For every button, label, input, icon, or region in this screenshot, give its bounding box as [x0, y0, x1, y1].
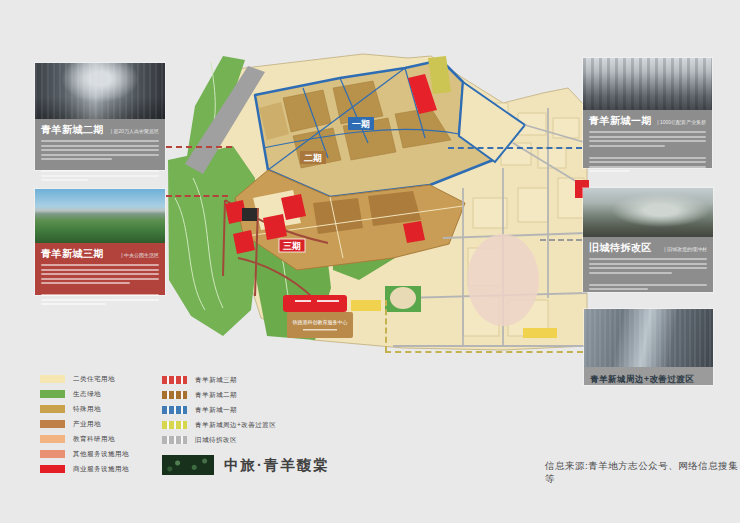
legend-swatch [162, 421, 187, 429]
connector-oldtown [540, 239, 582, 241]
card-phase3-text-placeholder [41, 264, 159, 305]
facility-label: 铁路港科创教育服务中心 [293, 319, 348, 326]
card-phase3-title: 青羊新城三期 [41, 247, 104, 261]
legend-label: 商业服务设施用地 [73, 465, 129, 474]
legend-row: 其他服务设施用地 [40, 450, 129, 458]
legend-row: 青羊新城二期 [162, 391, 276, 399]
source-note: 信息来源:青羊地方志公众号、网络信息搜集等 [545, 460, 740, 486]
card-phase1: 青羊新城一期 | 1000亿配套产业集群 [583, 58, 712, 168]
card-phase2-text-placeholder [41, 140, 159, 181]
legend-label: 旧城待拆改区 [195, 436, 237, 445]
legend-swatch [40, 405, 65, 413]
svg-text:二期: 二期 [304, 153, 322, 163]
legend-row: 青羊新城三期 [162, 376, 276, 384]
card-phase1-tagline: | 1000亿配套产业集群 [657, 119, 706, 125]
legend-swatch [40, 420, 65, 428]
logo-text: 中旅·青羊馥棠 [224, 456, 330, 475]
connector-periphery-horizontal [385, 351, 583, 353]
legend-swatch [40, 390, 65, 398]
card-periphery-title: 青羊新城周边+改善过渡区 [590, 374, 694, 386]
legend-label: 产业用地 [73, 420, 101, 429]
card-oldtown-title: 旧城待拆改区 [589, 241, 652, 255]
phase1-label: 一期 [348, 117, 374, 130]
brand-logo: 中旅·青羊馥棠 [162, 455, 330, 475]
card-oldtown: 旧城待拆改区 | 旧城改造的缓冲村 [583, 188, 713, 292]
legend-label: 青羊新城一期 [195, 406, 237, 415]
legend-row: 旧城待拆改区 [162, 436, 276, 444]
legend-row: 青羊新城一期 [162, 406, 276, 414]
legend-label: 青羊新城三期 [195, 376, 237, 385]
legend-swatch [40, 435, 65, 443]
legend-row: 产业用地 [40, 420, 129, 428]
legend-label: 青羊新城二期 [195, 391, 237, 400]
legend-swatch [162, 376, 187, 384]
connector-periphery-vertical [385, 300, 387, 352]
phase2-photo [35, 63, 165, 119]
legend-label: 二类住宅用地 [73, 375, 115, 384]
connector-phase3 [166, 195, 228, 197]
legend-label: 青羊新城周边+改善过渡区 [195, 421, 276, 430]
legend-swatch [40, 465, 65, 473]
legend-landuse: 二类住宅用地 生态绿地 特殊用地 产业用地 教育科研用地 其他服务设施用地 商业… [40, 375, 129, 480]
poi-ellipse [467, 234, 539, 326]
legend-swatch [40, 375, 65, 383]
legend-row: 生态绿地 [40, 390, 129, 398]
connector-phase1 [448, 147, 582, 149]
periphery-photo [584, 309, 713, 367]
oldtown-photo [583, 188, 713, 237]
landuse-map: 铁路港科创教育服务中心 一期 二期 三期 [163, 48, 593, 400]
logo-image [162, 455, 214, 475]
card-phase2-tagline: | 超20万人高密聚居区 [111, 128, 159, 134]
card-phase1-title: 青羊新城一期 [589, 114, 652, 128]
card-oldtown-tagline: | 旧城改造的缓冲村 [664, 246, 707, 252]
svg-text:一期: 一期 [352, 119, 370, 129]
svg-text:三期: 三期 [283, 241, 301, 251]
red-block-text-bars [295, 300, 339, 302]
legend-districts: 青羊新城三期 青羊新城二期 青羊新城一期 青羊新城周边+改善过渡区 旧城待拆改区 [162, 376, 276, 451]
legend-row: 商业服务设施用地 [40, 465, 129, 473]
card-phase3: 青羊新城三期 | 中央公园生活区 [35, 189, 165, 295]
card-phase2-title: 青羊新城二期 [41, 123, 104, 137]
legend-swatch [162, 406, 187, 414]
legend-row: 特殊用地 [40, 405, 129, 413]
legend-label: 生态绿地 [73, 390, 101, 399]
legend-row: 教育科研用地 [40, 435, 129, 443]
legend-label: 其他服务设施用地 [73, 450, 129, 459]
card-periphery: 青羊新城周边+改善过渡区 [584, 309, 713, 385]
card-oldtown-text-placeholder [589, 258, 707, 290]
card-phase1-text-placeholder [589, 131, 706, 172]
phase1-photo [583, 58, 712, 110]
legend-row: 二类住宅用地 [40, 375, 129, 383]
card-phase2: 青羊新城二期 | 超20万人高密聚居区 [35, 63, 165, 170]
legend-label: 特殊用地 [73, 405, 101, 414]
planning-map-poster: 铁路港科创教育服务中心 一期 二期 三期 [0, 0, 740, 523]
legend-label: 教育科研用地 [73, 435, 115, 444]
phase3-label: 三期 [279, 239, 305, 252]
facility-block: 铁路港科创教育服务中心 [287, 312, 353, 338]
connector-phase2 [166, 146, 232, 148]
card-phase3-tagline: | 中央公园生活区 [121, 252, 159, 258]
phase3-photo [35, 189, 165, 243]
legend-swatch [162, 391, 187, 399]
phase2-label: 二期 [300, 151, 326, 164]
legend-swatch [40, 450, 65, 458]
legend-row: 青羊新城周边+改善过渡区 [162, 421, 276, 429]
legend-swatch [162, 436, 187, 444]
